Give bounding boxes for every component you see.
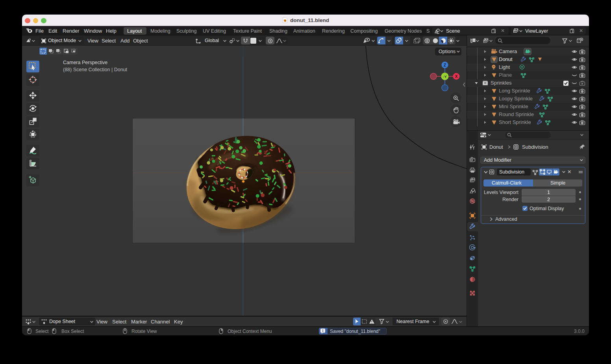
svg-text:Z: Z [444, 63, 446, 67]
svg-text:X: X [455, 74, 458, 79]
svg-text:-Y: -Y [443, 74, 447, 79]
